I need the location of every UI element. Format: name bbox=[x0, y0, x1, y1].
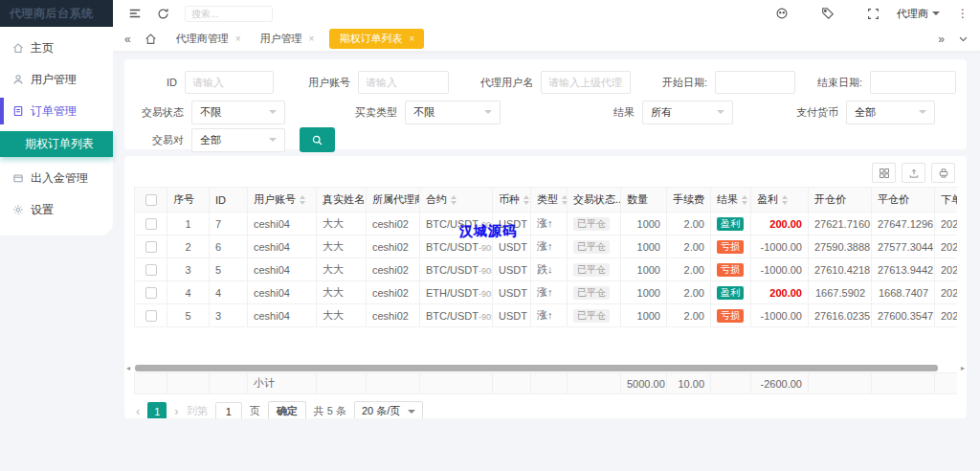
sort-icon[interactable] bbox=[451, 195, 457, 205]
cell-14: 1668.7407 bbox=[872, 281, 935, 304]
scroll-left-icon[interactable]: ◂ bbox=[126, 364, 130, 372]
row-checkbox[interactable] bbox=[145, 218, 157, 230]
column-label: 开仓价 bbox=[814, 193, 846, 205]
close-icon[interactable]: × bbox=[235, 34, 241, 44]
cell-7: 涨↑ bbox=[531, 281, 568, 304]
row-checkbox[interactable] bbox=[145, 264, 157, 276]
row-checkbox[interactable] bbox=[145, 241, 157, 253]
chevron-down-icon bbox=[269, 138, 277, 142]
current-page-button[interactable]: 1 bbox=[147, 402, 167, 419]
table-scroll-area: 序号ID用户账号真实姓名所属代理商合约币种类型交易状态..数量手续费结果盈利开仓… bbox=[134, 187, 957, 327]
confirm-page-button[interactable]: 确定 bbox=[268, 401, 306, 418]
column-header-8[interactable]: 交易状态.. bbox=[568, 188, 621, 213]
subtotal-table: 小计5000.0010.00-2600.00 bbox=[134, 372, 957, 394]
filter-row-3: 交易对 全部 bbox=[124, 127, 967, 152]
filter-row-1: ID 用户账号 代理用户名 开始日期: 结束日期: bbox=[124, 59, 967, 95]
contract-name: BTC/USDT bbox=[426, 264, 479, 276]
row-checkbox[interactable] bbox=[145, 287, 157, 299]
pay-coin-select[interactable]: 全部 bbox=[846, 101, 935, 124]
refresh-icon[interactable] bbox=[157, 8, 169, 20]
cell-3: 大大 bbox=[317, 281, 367, 304]
pagination: ‹ 1 › 到第 页 确定 共 5 条 20 条/页 bbox=[124, 394, 967, 418]
tab-2[interactable]: 期权订单列表× bbox=[329, 29, 424, 49]
sort-icon[interactable] bbox=[742, 195, 747, 205]
tab-1[interactable]: 用户管理× bbox=[260, 32, 315, 46]
print-button[interactable] bbox=[931, 163, 955, 183]
column-label: 数量 bbox=[627, 193, 648, 205]
menu-collapse-icon[interactable] bbox=[128, 7, 142, 20]
select-all-checkbox[interactable] bbox=[145, 194, 157, 206]
tabs-collapse-icon[interactable]: « bbox=[124, 33, 131, 46]
cell-0: 3 bbox=[167, 258, 210, 281]
sort-icon[interactable] bbox=[523, 195, 529, 205]
close-icon[interactable]: × bbox=[409, 34, 414, 44]
column-header-12[interactable]: 盈利 bbox=[751, 188, 809, 213]
subtotal-cell-1 bbox=[167, 373, 210, 394]
columns-button[interactable] bbox=[872, 163, 896, 183]
cell-12: -1000.00 bbox=[751, 304, 809, 327]
page-unit-label: 页 bbox=[250, 404, 260, 418]
tabs-forward-icon[interactable]: » bbox=[938, 33, 945, 46]
cell-6: USDT bbox=[493, 258, 531, 281]
subtotal-cell-12 bbox=[711, 373, 751, 394]
tab-0[interactable]: 代理商管理× bbox=[176, 32, 241, 46]
export-button[interactable] bbox=[902, 163, 925, 183]
sidebar-item-0[interactable]: 主页 bbox=[0, 37, 113, 58]
cell-1: 7 bbox=[210, 213, 248, 236]
trade-status-select[interactable]: 不限 bbox=[191, 101, 285, 124]
sidebar-item-2[interactable]: 订单管理 bbox=[0, 101, 113, 122]
home-tab-icon[interactable] bbox=[145, 33, 157, 45]
start-date-input[interactable] bbox=[715, 71, 795, 94]
column-header-6[interactable]: 币种 bbox=[493, 188, 531, 213]
sort-icon[interactable] bbox=[300, 195, 305, 205]
sidebar-item-5[interactable]: 设置 bbox=[0, 199, 113, 220]
tag-icon[interactable] bbox=[821, 7, 835, 20]
cell-10: 2.00 bbox=[667, 281, 711, 304]
page-size-select[interactable]: 20 条/页 bbox=[354, 401, 423, 418]
sidebar-item-1[interactable]: 用户管理 bbox=[0, 69, 113, 90]
prev-page-button[interactable]: ‹ bbox=[136, 404, 140, 418]
pair-select[interactable]: 全部 bbox=[191, 128, 285, 152]
id-filter-input[interactable] bbox=[185, 71, 274, 94]
column-header-7[interactable]: 类型 bbox=[531, 188, 568, 213]
sidebar-item-4[interactable]: 出入金管理 bbox=[0, 168, 113, 189]
agent-dropdown[interactable]: 代理商 bbox=[897, 7, 940, 21]
trade-type-select[interactable]: 不限 bbox=[405, 101, 501, 124]
cell-12: -1000.00 bbox=[751, 236, 809, 258]
sidebar-subitem-3[interactable]: 期权订单列表 bbox=[0, 131, 113, 157]
search-input[interactable] bbox=[185, 6, 273, 22]
cell-8: 已平仓 bbox=[568, 258, 621, 281]
search-button[interactable] bbox=[300, 127, 335, 152]
theme-icon[interactable] bbox=[775, 7, 789, 20]
cell-13: 27616.0235 bbox=[809, 304, 872, 327]
fullscreen-icon[interactable] bbox=[867, 8, 880, 20]
tab-label: 用户管理 bbox=[260, 32, 302, 46]
sort-icon[interactable] bbox=[562, 195, 568, 205]
more-icon[interactable]: ⋮ bbox=[957, 7, 969, 20]
account-filter-input[interactable] bbox=[358, 71, 449, 94]
column-header-2[interactable]: 用户账号 bbox=[248, 188, 317, 213]
result-select[interactable]: 所有 bbox=[642, 101, 733, 124]
next-page-button[interactable]: › bbox=[174, 404, 178, 418]
cell-9: 1000 bbox=[621, 304, 667, 327]
scroll-right-icon[interactable]: ▸ bbox=[961, 364, 965, 372]
cell-1: 3 bbox=[210, 304, 248, 327]
close-icon[interactable]: × bbox=[309, 34, 315, 44]
scrollbar-thumb[interactable] bbox=[135, 365, 938, 371]
cell-0: 2 bbox=[167, 236, 210, 258]
pair-filter-label: 交易对 bbox=[124, 133, 184, 147]
tabs-menu-icon[interactable] bbox=[958, 34, 969, 44]
column-header-11[interactable]: 结果 bbox=[711, 188, 751, 213]
column-header-5[interactable]: 合约 bbox=[420, 188, 493, 213]
cell-2: ceshi04 bbox=[248, 258, 317, 281]
row-checkbox[interactable] bbox=[145, 310, 157, 322]
contract-period: -90S bbox=[479, 289, 493, 299]
trade-status-label: 交易状态 bbox=[124, 105, 184, 120]
column-label: 所属代理商 bbox=[372, 193, 420, 205]
status-badge: 已平仓 bbox=[573, 217, 610, 231]
goto-page-input[interactable] bbox=[215, 402, 242, 418]
agent-name-filter-input[interactable] bbox=[541, 71, 631, 94]
table-row: 17ceshi04大大ceshi02BTC/USDT-90SUSDT涨↑已平仓1… bbox=[135, 213, 958, 236]
sort-icon[interactable] bbox=[782, 195, 788, 205]
end-date-input[interactable] bbox=[870, 71, 956, 94]
